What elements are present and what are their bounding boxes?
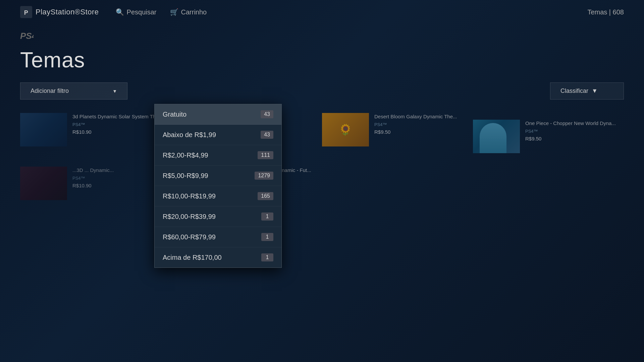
product-thumb-1 [20, 113, 67, 146]
dropdown-item-label-7: Acima de R$170,00 [163, 254, 222, 261]
search-icon: 🔍 [116, 8, 124, 16]
ps4-logo: PS4 [20, 31, 34, 41]
classify-label: Classificar [560, 87, 588, 95]
header-right: Temas | 608 [587, 8, 624, 16]
dropdown-item-badge-7: 1 [261, 253, 273, 261]
dropdown-item-4[interactable]: R$10,00-R$19,99165 [155, 186, 281, 206]
dropdown-item-5[interactable]: R$20,00-R$39,991 [155, 206, 281, 227]
product-thumb-mid2 [20, 167, 67, 200]
search-nav[interactable]: 🔍 Pesquisar [116, 8, 157, 16]
dropdown-item-7[interactable]: Acima de R$170,001 [155, 247, 281, 267]
header-nav: 🔍 Pesquisar 🛒 Carrinho [116, 8, 207, 16]
product-grid: 3d Planets Dynamic Solar System The... P… [0, 110, 644, 203]
svg-text:P: P [24, 9, 29, 16]
product-item-mid2[interactable]: ...3D ... Dynamic... PS4™ R$10.90 [20, 163, 171, 203]
product-platform-2: PS4™ [374, 122, 473, 127]
classify-chevron-icon: ▼ [592, 87, 598, 95]
dropdown-item-1[interactable]: Abaixo de R$1,9943 [155, 125, 281, 145]
classify-button[interactable]: Classificar ▼ [550, 82, 624, 100]
dropdown-item-badge-5: 1 [261, 213, 273, 221]
dropdown-item-badge-1: 43 [261, 131, 273, 139]
themes-count-label: Temas | 608 [587, 8, 624, 16]
product-item-1[interactable]: 3d Planets Dynamic Solar System The... P… [20, 110, 171, 157]
product-info-2: Desert Bloom Galaxy Dynamic The... PS4™ … [374, 113, 473, 135]
product-item-2[interactable]: 🌻 Desert Bloom Galaxy Dynamic The... PS4… [322, 110, 473, 157]
page-title: Temas [0, 44, 644, 82]
add-filter-label: Adicionar filtro [31, 87, 69, 95]
dropdown-item-label-2: R$2,00-R$4,99 [163, 152, 208, 159]
dropdown-item-label-0: Gratuito [163, 111, 186, 118]
dropdown-item-0[interactable]: Gratuito43 [155, 104, 281, 125]
cart-label: Carrinho [181, 8, 207, 16]
dropdown-item-badge-3: 1279 [255, 172, 273, 180]
header: P PlayStation®Store 🔍 Pesquisar 🛒 Carrin… [0, 0, 644, 24]
dropdown-item-badge-0: 43 [261, 110, 273, 118]
product-price-3: R$9.50 [525, 136, 624, 141]
cart-icon: 🛒 [170, 8, 178, 16]
product-name-2: Desert Bloom Galaxy Dynamic The... [374, 113, 473, 120]
store-logo[interactable]: P PlayStation®Store [20, 6, 99, 18]
dropdown-item-badge-2: 111 [258, 151, 273, 159]
product-price-2: R$9.50 [374, 129, 473, 135]
add-filter-button[interactable]: Adicionar filtro ▼ [20, 82, 127, 100]
product-thumb-2: 🌻 [322, 113, 369, 146]
dropdown-item-label-6: R$60,00-R$79,99 [163, 233, 216, 241]
dropdown-item-label-1: Abaixo de R$1,99 [163, 131, 216, 139]
dropdown-item-3[interactable]: R$5,00-R$9,991279 [155, 166, 281, 186]
dropdown-item-2[interactable]: R$2,00-R$4,99111 [155, 145, 281, 166]
svg-text:PS4: PS4 [20, 31, 34, 41]
product-thumb-3 [473, 120, 520, 153]
store-logo-text: PlayStation®Store [36, 8, 99, 16]
dropdown-item-badge-4: 165 [258, 192, 273, 200]
dropdown-item-label-3: R$5,00-R$9,99 [163, 172, 208, 180]
dropdown-item-label-4: R$10,00-R$19,99 [163, 192, 216, 200]
dropdown-item-badge-6: 1 [261, 233, 273, 241]
dropdown-item-label-5: R$20,00-R$39,99 [163, 213, 216, 221]
ps4-section: PS4 [0, 24, 644, 44]
product-item-3[interactable]: One Piece - Chopper New World Dyna... PS… [473, 116, 624, 157]
search-label: Pesquisar [127, 8, 157, 16]
product-name-3: One Piece - Chopper New World Dyna... [525, 120, 624, 127]
filter-bar: Adicionar filtro ▼ Classificar ▼ [0, 82, 644, 100]
product-platform-3: PS4™ [525, 129, 624, 134]
price-filter-dropdown: Gratuito43Abaixo de R$1,9943R$2,00-R$4,9… [154, 104, 282, 268]
product-info-3: One Piece - Chopper New World Dyna... PS… [525, 120, 624, 141]
dropdown-item-6[interactable]: R$60,00-R$79,991 [155, 227, 281, 247]
playstation-icon: P [20, 6, 32, 18]
ps4-brand-icon: PS4 [20, 31, 34, 41]
chevron-down-icon: ▼ [112, 88, 117, 94]
cart-nav[interactable]: 🛒 Carrinho [170, 8, 207, 16]
